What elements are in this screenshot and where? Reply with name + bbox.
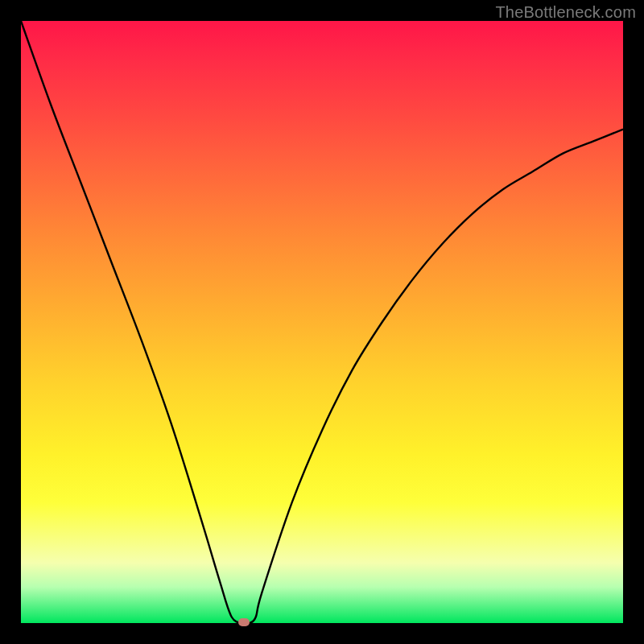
chart-frame: TheBottleneck.com	[0, 0, 644, 644]
plot-area	[21, 21, 623, 623]
watermark-text: TheBottleneck.com	[495, 3, 636, 22]
minimum-marker	[238, 618, 250, 626]
bottleneck-curve	[21, 21, 623, 623]
curve-line	[21, 21, 623, 624]
